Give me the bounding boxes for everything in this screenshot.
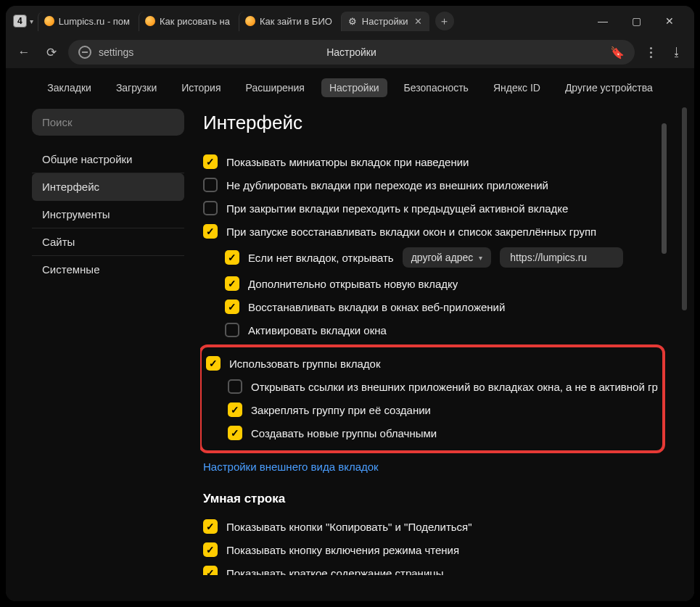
url-text: settings [99,46,133,58]
setting-label: Открывать ссылки из внешних приложений в… [251,381,658,393]
tabs-appearance-link[interactable]: Настройки внешнего вида вкладок [203,461,665,473]
favicon-icon [145,16,155,26]
tab-count-value: 4 [13,15,27,28]
tab-bios[interactable]: Как зайти в БИО [239,12,339,31]
tab-settings[interactable]: ⚙ Настройки ✕ [341,12,429,31]
setting-label: Активировать вкладки окна [248,324,387,336]
setting-row: Открывать ссылки из внешних приложений в… [206,375,658,398]
reload-button[interactable]: ⟳ [41,41,62,63]
checkbox[interactable] [203,178,218,192]
setting-label: Создавать новые группы облачными [251,427,437,439]
scrollbar-thumb[interactable] [682,107,687,310]
topnav-history[interactable]: История [173,78,228,97]
setting-row: Не дублировать вкладки при переходе из в… [203,173,665,197]
bookmark-icon[interactable]: 🔖 [610,46,625,59]
setting-row: Создавать новые группы облачными [206,421,658,445]
setting-label: Использовать группы вкладок [229,358,381,370]
checkbox[interactable] [203,519,218,534]
checkbox[interactable] [203,542,218,557]
window-controls: — ▢ ✕ [593,15,690,27]
titlebar: 4 ▾ Lumpics.ru - пом Как рисовать на Как… [6,6,694,36]
setting-label: Восстанавливать вкладки в окнах веб-прил… [248,301,505,313]
highlighted-group: Использовать группы вкладок Открывать сс… [200,344,665,453]
checkbox[interactable] [203,224,218,239]
checkbox[interactable] [225,276,239,291]
maximize-button[interactable]: ▢ [626,15,646,27]
startup-dropdown[interactable]: другой адрес ▾ [403,247,492,268]
tab-draw[interactable]: Как рисовать на [139,12,237,31]
setting-label: Показывать краткое содержание страницы [226,567,444,576]
setting-row: Показывать кнопки "Копировать" и "Подели… [203,515,665,538]
chevron-down-icon: ▾ [479,254,482,262]
topnav-settings[interactable]: Настройки [321,78,387,97]
dropdown-value: другой адрес [411,252,474,263]
close-button[interactable]: ✕ [659,15,680,27]
setting-row: Показывать миниатюры вкладок при наведен… [203,150,665,173]
tab-lumpics[interactable]: Lumpics.ru - пом [38,12,137,31]
setting-row: Использовать группы вкладок [206,352,658,375]
checkbox[interactable] [203,201,218,215]
checkbox[interactable] [225,250,239,265]
sidebar-item-tools[interactable]: Инструменты [32,201,184,228]
sidebar-item-general[interactable]: Общие настройки [32,146,184,173]
sidebar-item-system[interactable]: Системные [32,256,184,283]
chevron-down-icon: ▾ [30,17,33,25]
scrollbar-thumb[interactable] [662,123,667,254]
checkbox[interactable] [228,379,242,394]
tab-count[interactable]: 4 ▾ [10,13,36,29]
setting-row: Активировать вкладки окна [203,318,665,342]
back-button[interactable]: ← [13,41,35,63]
tab-label: Настройки [362,16,408,27]
setting-row: Восстанавливать вкладки в окнах веб-прил… [203,295,665,318]
sidebar-item-sites[interactable]: Сайты [32,228,184,256]
topnav-security[interactable]: Безопасность [396,78,477,97]
top-nav: Закладки Загрузки История Расширения Нас… [6,68,694,109]
tab-label: Как зайти в БИО [260,16,332,27]
sidebar: Поиск Общие настройки Интерфейс Инструме… [32,109,184,575]
topnav-downloads[interactable]: Загрузки [108,78,165,97]
setting-label: Показывать миниатюры вкладок при наведен… [226,156,469,168]
main-panel: Интерфейс Показывать миниатюры вкладок п… [200,109,668,575]
tab-label: Lumpics.ru - пом [59,16,130,27]
checkbox[interactable] [228,402,242,417]
page-title: Настройки [326,46,376,58]
checkbox[interactable] [203,154,218,169]
downloads-button[interactable]: ⭳ [667,46,687,59]
gear-icon: ⚙ [347,16,358,26]
setting-row: При запуске восстанавливать вкладки окон… [203,220,665,243]
menu-button[interactable] [641,47,661,58]
topnav-yandexid[interactable]: Яндекс ID [485,78,548,97]
setting-row: Если нет вкладок, открывать другой адрес… [203,243,665,272]
setting-row: При закрытии вкладки переходить к предыд… [203,197,665,220]
checkbox[interactable] [206,356,221,371]
setting-label: Если нет вкладок, открывать [248,252,394,264]
content: Закладки Загрузки История Расширения Нас… [6,68,694,601]
new-tab-button[interactable]: ＋ [435,12,454,30]
topnav-devices[interactable]: Другие устройства [557,78,661,97]
setting-row: Показывать краткое содержание страницы [203,561,665,575]
startup-url-input[interactable]: https://lumpics.ru [500,247,623,268]
topnav-bookmarks[interactable]: Закладки [39,78,99,97]
scrollbar[interactable] [662,109,667,575]
favicon-icon [44,16,54,26]
tab-label: Как рисовать на [160,16,230,27]
topnav-extensions[interactable]: Расширения [238,78,313,97]
checkbox[interactable] [203,566,218,575]
setting-label: Показывать кнопки "Копировать" и "Подели… [226,521,472,533]
setting-label: При закрытии вкладки переходить к предыд… [226,202,568,215]
setting-label: Показывать кнопку включения режима чтени… [226,544,459,556]
window-scrollbar[interactable] [682,107,687,571]
setting-label: Закреплять группу при её создании [251,404,431,416]
favicon-icon [245,16,255,26]
checkbox[interactable] [225,300,239,314]
sidebar-item-interface[interactable]: Интерфейс [32,173,184,201]
minimize-button[interactable]: — [593,15,613,27]
checkbox[interactable] [228,426,242,440]
setting-label: При запуске восстанавливать вкладки окон… [226,226,596,238]
address-bar[interactable]: settings Настройки 🔖 [68,40,635,65]
checkbox[interactable] [225,323,239,337]
close-icon[interactable]: ✕ [414,16,422,27]
setting-row: Закреплять группу при её создании [206,398,658,421]
search-input[interactable]: Поиск [32,109,184,136]
setting-label: Не дублировать вкладки при переходе из в… [226,179,548,191]
